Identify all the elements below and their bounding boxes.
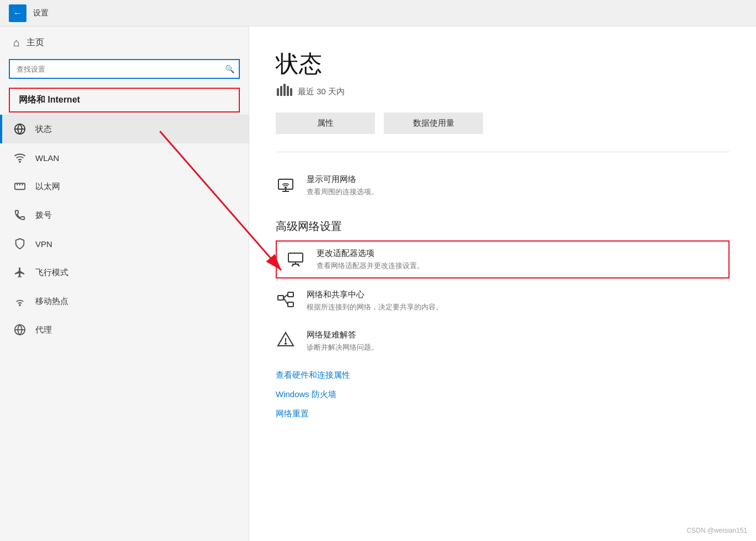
sidebar-item-ethernet-label: 以太网 <box>35 181 60 192</box>
adapter-options-title: 更改适配器选项 <box>317 248 424 259</box>
titlebar-title: 设置 <box>33 8 49 18</box>
wifi-status-icon <box>276 84 293 99</box>
show-networks-icon <box>276 174 296 194</box>
svg-rect-12 <box>277 88 279 96</box>
airplane-icon <box>13 266 26 279</box>
sidebar-item-vpn-label: VPN <box>35 239 52 249</box>
svg-rect-13 <box>280 86 282 96</box>
sharing-center-desc: 根据所连接到的网络，决定要共享的内容。 <box>307 302 443 312</box>
sidebar-item-vpn[interactable]: VPN <box>0 229 249 258</box>
troubleshoot-title: 网络疑难解答 <box>307 330 378 340</box>
adapter-options-text: 更改适配器选项 查看网络适配器并更改连接设置。 <box>317 248 424 271</box>
svg-line-27 <box>297 264 299 266</box>
sidebar-item-hotspot-label: 移动热点 <box>35 296 68 307</box>
firewall-link[interactable]: Windows 防火墙 <box>276 389 730 400</box>
svg-rect-30 <box>288 302 293 307</box>
content-area: 状态 最近 30 天内 属性 数据使用量 <box>249 26 756 541</box>
advanced-section-heading: 高级网络设置 <box>276 219 730 234</box>
proxy-icon <box>13 323 26 336</box>
divider-1 <box>276 152 730 152</box>
troubleshoot-text: 网络疑难解答 诊断并解决网络问题。 <box>307 330 378 352</box>
sidebar-item-proxy-label: 代理 <box>35 325 52 335</box>
main-layout: ⌂ 主页 🔍 网络和 Internet 状态 <box>0 26 756 541</box>
sidebar-item-wlan-label: WLAN <box>35 153 59 163</box>
reset-link[interactable]: 网络重置 <box>276 409 730 419</box>
status-subtitle: 最近 30 天内 <box>276 84 730 99</box>
sharing-center-option[interactable]: 网络和共享中心 根据所连接到的网络，决定要共享的内容。 <box>276 281 730 321</box>
home-icon: ⌂ <box>13 36 20 49</box>
sidebar-item-ethernet[interactable]: 以太网 <box>0 172 249 201</box>
hotspot-icon <box>13 294 26 308</box>
svg-point-9 <box>19 304 20 306</box>
show-networks-title: 显示可用网络 <box>307 174 378 185</box>
vpn-icon <box>13 237 26 250</box>
show-networks-text: 显示可用网络 查看周围的连接选项。 <box>307 174 378 197</box>
watermark: CSDN @weisian151 <box>687 527 747 534</box>
sidebar-item-airplane[interactable]: 飞行模式 <box>0 258 249 287</box>
ethernet-icon <box>13 180 26 193</box>
svg-line-31 <box>283 294 288 298</box>
sidebar-item-dialup-label: 拨号 <box>35 210 52 221</box>
back-button[interactable]: ← <box>9 4 26 22</box>
svg-rect-14 <box>283 84 286 96</box>
sidebar: ⌂ 主页 🔍 网络和 Internet 状态 <box>0 26 249 541</box>
sidebar-item-status-label: 状态 <box>35 124 52 135</box>
sidebar-section-title: 网络和 Internet <box>19 95 80 104</box>
show-networks-desc: 查看周围的连接选项。 <box>307 187 378 197</box>
svg-rect-28 <box>278 296 283 300</box>
sidebar-item-hotspot[interactable]: 移动热点 <box>0 287 249 315</box>
search-input[interactable] <box>9 59 240 79</box>
properties-button[interactable]: 属性 <box>276 113 375 134</box>
sharing-center-text: 网络和共享中心 根据所连接到的网络，决定要共享的内容。 <box>307 290 443 312</box>
troubleshoot-icon <box>276 330 296 350</box>
adapter-icon <box>286 248 305 268</box>
sharing-center-title: 网络和共享中心 <box>307 290 443 300</box>
sidebar-item-proxy[interactable]: 代理 <box>0 315 249 344</box>
sidebar-item-home[interactable]: ⌂ 主页 <box>0 26 249 59</box>
wlan-icon <box>13 151 26 164</box>
back-icon: ← <box>13 8 22 18</box>
svg-line-32 <box>283 298 288 304</box>
links-section: 查看硬件和连接属性 Windows 防火墙 网络重置 <box>276 370 730 419</box>
sidebar-home-label: 主页 <box>26 37 44 49</box>
adapter-options-item[interactable]: 更改适配器选项 查看网络适配器并更改连接设置。 <box>276 240 730 278</box>
sidebar-item-airplane-label: 飞行模式 <box>35 267 68 278</box>
search-icon: 🔍 <box>225 65 234 73</box>
sidebar-item-wlan[interactable]: WLAN <box>0 143 249 172</box>
status-icon <box>13 122 26 136</box>
sidebar-search-container: 🔍 <box>9 59 240 79</box>
dialup-icon <box>13 208 26 222</box>
sharing-center-icon <box>276 290 296 309</box>
data-usage-button[interactable]: 数据使用量 <box>384 113 483 134</box>
troubleshoot-desc: 诊断并解决网络问题。 <box>307 342 378 352</box>
sidebar-item-dialup[interactable]: 拨号 <box>0 201 249 229</box>
svg-point-4 <box>19 161 20 162</box>
svg-rect-16 <box>290 88 292 96</box>
page-title: 状态 <box>276 49 730 79</box>
action-buttons: 属性 数据使用量 <box>276 113 730 134</box>
troubleshoot-option[interactable]: 网络疑难解答 诊断并解决网络问题。 <box>276 321 730 361</box>
show-networks-option[interactable]: 显示可用网络 查看周围的连接选项。 <box>276 165 730 206</box>
status-subtitle-text: 最近 30 天内 <box>298 87 345 97</box>
svg-rect-15 <box>287 86 289 96</box>
svg-rect-29 <box>288 292 293 297</box>
titlebar: ← 设置 <box>0 0 756 26</box>
adapter-options-desc: 查看网络适配器并更改连接设置。 <box>317 261 424 271</box>
svg-point-34 <box>285 343 286 344</box>
svg-point-21 <box>285 187 286 188</box>
svg-line-26 <box>292 264 294 266</box>
svg-rect-22 <box>288 253 303 262</box>
hardware-link[interactable]: 查看硬件和连接属性 <box>276 370 730 381</box>
sidebar-item-status[interactable]: 状态 <box>0 115 249 143</box>
